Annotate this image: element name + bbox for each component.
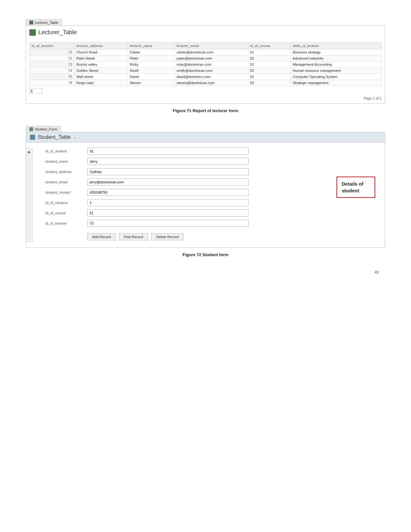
student-tab-icon [29,127,33,131]
cell-id: 71 [30,49,74,55]
input-student_contact[interactable] [87,189,249,196]
lecturer-table-header: Lecturer_Table [29,29,382,38]
cell-email: steven@dominican.com [174,80,248,86]
student-window: Student_Table ⌄ ▶ id_of_student student_… [26,132,385,248]
col-header-id: id_of_lecturer [30,43,74,49]
col-header-address: lecturer_address [74,43,128,49]
label-student_contact: student_contact [45,190,87,194]
cell-email: smith@dominican.com [174,68,248,74]
col-header-email: lecturer_email [174,43,248,49]
figure72-section: Student_Form Student_Table ⌄ ▶ id_of_stu… [26,126,385,257]
cell-address: Palm Street [74,55,128,62]
cell-skills: Advanced networks [291,55,382,62]
form-row-student_name: student_name [45,158,372,165]
cell-address: Church Road [74,49,128,55]
cell-course-id: 51 [248,49,291,55]
nav-arrow[interactable]: ▶ [26,148,33,242]
input-id_of_course[interactable] [87,209,249,217]
figure71-section: Lecturer_Table Lecturer_Table id_of_lect… [26,19,385,113]
cell-email: pater@dominican.com [174,55,248,62]
label-id_of_campus: id_of_campus [45,201,87,205]
table-row: 76 Kings road Steven steven@dominican.co… [30,80,382,86]
cell-email: david@dominicn.com [174,74,248,80]
table-row: 74 Golden Street Smith smith@dominican.c… [30,68,382,74]
form-row-student_address: student_address [45,168,372,175]
cell-skills: Computer Operating System [291,74,382,80]
cell-address: Wall street [74,74,128,80]
cell-name: Ricky [128,62,174,68]
cell-name: Smith [128,68,174,74]
col-header-skills: skills_of_lecturer [291,43,382,49]
cell-id: 76 [30,80,74,86]
lecturer-table-tab[interactable]: Lecturer_Table [26,19,62,25]
cell-skills: Human resource management [291,68,382,74]
cell-name: David [128,74,174,80]
form-row-id_of_student: id_of_student [45,148,372,155]
form-buttons: Add Record Find Record Delete Record [39,230,378,242]
lecturer-table-title: Lecturer_Table [38,29,77,36]
lecturer-table-container: Lecturer_Table id_of_lecturer lecturer_a… [26,25,385,104]
label-id_of_course: id_of_course [45,211,87,215]
new-row-input[interactable] [29,89,42,94]
student-table-title: Student_Table [38,134,71,140]
input-id_of_lecturer[interactable] [87,220,249,227]
cell-course-id: 52 [248,74,291,80]
cell-id: 72 [30,55,74,62]
input-student_email[interactable] [87,179,249,186]
cell-address: Kings road [74,80,128,86]
callout-line1: Details of [342,181,364,187]
table-icon [29,29,36,36]
cell-course-id: 52 [248,55,291,62]
cell-address: Golden Street [74,68,128,74]
add-record-button[interactable]: Add Record [87,233,116,240]
input-student_name[interactable] [87,158,249,165]
form-fields: id_of_student student_name student_addre… [39,148,378,227]
label-student_address: student_address [45,170,87,174]
table-row: 71 Church Road Clarke clarke@dominican.c… [30,49,382,55]
student-form-tab[interactable]: Student_Form [26,126,61,132]
form-row-student_email: student_email [45,179,372,186]
label-id_of_student: id_of_student [45,149,87,153]
table-row: 75 Wall street David david@dominicn.com … [30,74,382,80]
input-id_of_student[interactable] [87,148,249,155]
cell-course-id: 51 [248,62,291,68]
cell-email: clarke@dominican.com [174,49,248,55]
cell-address: Brocks valley [74,62,128,68]
table-header-row: id_of_lecturer lecturer_address lecturer… [30,43,382,49]
cell-name: Peter [128,55,174,62]
details-callout: Details of student [337,177,375,198]
cell-id: 74 [30,68,74,74]
form-row-id_of_campus: id_of_campus [45,199,372,206]
lecturer-data-table: id_of_lecturer lecturer_address lecturer… [29,42,382,86]
input-student_address[interactable] [87,168,249,175]
student-table-bar: Student_Table ⌄ [26,132,385,142]
find-record-button[interactable]: Find Record [119,233,148,240]
cell-name: Clarke [128,49,174,55]
table-tab-icon [29,21,33,24]
cell-skills: Management Accounting [291,62,382,68]
cell-id: 75 [30,74,74,80]
form-row-student_contact: student_contact [45,189,372,196]
figure72-caption: Figure 72 Student form [26,252,385,257]
student-form-body: ▶ id_of_student student_name student_add… [26,142,385,247]
form-row-id_of_course: id_of_course [45,209,372,217]
delete-record-button[interactable]: Delete Record [151,233,183,240]
figure71-caption: Figure 71 Report of lecturer form [26,108,385,113]
lecturer-tab-label: Lecturer_Table [35,21,58,24]
cell-email: ricky@dominican.com [174,62,248,68]
label-student_email: student_email [45,180,87,184]
callout-line2: student [342,188,359,193]
label-student_name: student_name [45,160,87,163]
col-header-course-id: id_of_course [248,43,291,49]
student-tab-label: Student_Form [35,127,57,131]
cell-skills: Business strategy [291,49,382,55]
cell-id: 73 [30,62,74,68]
cell-course-id: 53 [248,68,291,74]
col-header-name: lecturer_name [128,43,174,49]
cell-name: Steven [128,80,174,86]
form-row-id_of_lecturer: id_of_lecturer [45,220,372,227]
table-row: 72 Palm Street Peter pater@dominican.com… [30,55,382,62]
input-id_of_campus[interactable] [87,199,249,206]
cell-course-id: 53 [248,80,291,86]
cell-skills: Strategic management [291,80,382,86]
